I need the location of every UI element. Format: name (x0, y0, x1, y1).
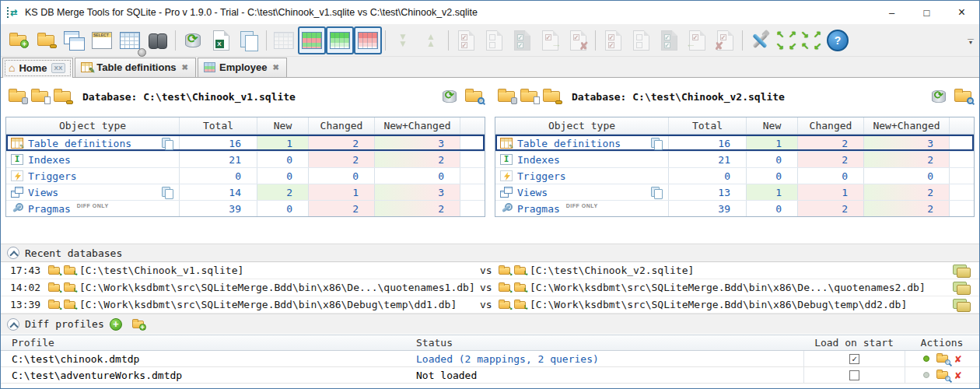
open-comparison-key-button[interactable] (32, 26, 60, 54)
copy-icon[interactable] (651, 138, 662, 149)
table-row[interactable]: PragmasDIFF ONLY 39 0 2 2 (6, 200, 485, 216)
table-row[interactable]: Table definitions 16 1 2 3 (495, 135, 974, 151)
recent-left-path[interactable]: [C:\test\Chinook_v1.sqlite] (79, 265, 243, 276)
open-left-folder-icon[interactable]: ↳ (64, 284, 75, 292)
select-query-button[interactable]: SELECT (88, 26, 116, 54)
profile-status[interactable]: Loaded (2 mappings, 2 queries) (405, 351, 803, 366)
browse-database-button[interactable] (954, 91, 971, 102)
invert-left-selection-button[interactable]: ✓✓ (508, 26, 536, 54)
browse-database-button[interactable] (465, 91, 482, 102)
recent-time: 14:02 (10, 282, 44, 293)
table-row[interactable]: Views 13 1 1 2 (495, 184, 974, 200)
recent-right-path[interactable]: [C:\test\Chinook_v2.sqlite] (530, 265, 694, 276)
show-changed-rows-button[interactable] (354, 26, 382, 54)
collapse-recent-button[interactable] (7, 247, 19, 259)
maximize-button[interactable]: □ (909, 1, 944, 24)
delete-profile-icon[interactable]: ✘ (955, 353, 961, 364)
recent-right-path[interactable]: [C:\Work\ksdbmt\src\SQLiteMerge.Bdd\bin\… (530, 299, 907, 310)
minimize-button[interactable]: – (874, 1, 909, 24)
table-row[interactable]: IIndexes 21 0 2 2 (6, 151, 485, 167)
copy-icon[interactable] (162, 187, 173, 198)
open-pair-icon[interactable] (953, 299, 970, 310)
prev-diff-button[interactable]: ▲▲ (417, 26, 445, 54)
toolbar-overflow-button[interactable]: —▾ (965, 26, 976, 54)
open-database-button[interactable] (9, 91, 26, 102)
tab-close-icon[interactable]: ✖ (182, 63, 188, 72)
show-all-rows-button[interactable] (270, 26, 298, 54)
table-row[interactable]: Table definitions 16 1 2 3 (6, 135, 485, 151)
open-right-folder-icon[interactable]: ↳ (514, 267, 526, 275)
open-profile-button[interactable]: + (132, 321, 144, 328)
recent-left-path[interactable]: [C:\Work\ksdbmt\src\SQLiteMerge.Bdd\bin\… (79, 299, 457, 310)
open-file-button[interactable] (31, 91, 48, 102)
open-right-db-icon[interactable]: ↘ (499, 267, 510, 275)
copy-button[interactable] (235, 26, 263, 54)
open-with-password-button[interactable] (543, 91, 560, 102)
show-new-rows-button[interactable] (326, 26, 354, 54)
select-left-changes-button[interactable]: ✓✓ (452, 26, 480, 54)
profile-row[interactable]: C:\test\adventureWorks.dmtdp Not loaded … (1, 367, 979, 384)
open-database-button[interactable] (498, 91, 515, 102)
refresh-database-button[interactable]: ⟳ (932, 90, 946, 103)
find-button[interactable] (144, 26, 172, 54)
open-left-db-icon[interactable]: ↘ (48, 267, 60, 275)
open-left-db-icon[interactable]: ↘ (48, 284, 60, 292)
profile-browse-icon[interactable] (936, 371, 948, 379)
table-row[interactable]: Triggers 0 0 0 0 (6, 167, 485, 184)
window-layout-arrows[interactable]: ↖↗↘↗↘↙↖↙ (774, 29, 824, 52)
discard-right-button[interactable]: ✓✘ (711, 26, 739, 54)
refresh-database-button[interactable]: ⟳ (443, 90, 457, 103)
apply-right-button[interactable]: ✓→ (536, 26, 564, 54)
unselect-right-changes-button[interactable]: ✓✓ (627, 26, 655, 54)
recent-row[interactable]: 17:43 ↘ ↳ [C:\test\Chinook_v1.sqlite] vs… (1, 262, 979, 279)
open-pair-icon[interactable] (953, 282, 970, 293)
recent-row[interactable]: 14:02 ↘ ↳ [C:\Work\ksdbmt\src\SQLiteMerg… (1, 279, 979, 296)
recent-right-path[interactable]: [C:\Work\ksdbmt\src\SQLiteMerge.Bdd\bin\… (530, 282, 926, 293)
delete-profile-icon[interactable]: ✘ (955, 370, 961, 380)
table-row[interactable]: PragmasDIFF ONLY 39 0 2 2 (495, 200, 974, 216)
add-profile-button[interactable]: + (110, 318, 122, 331)
table-row[interactable]: Triggers 0 0 0 0 (495, 167, 974, 184)
discard-left-button[interactable]: ✓✘ (564, 26, 592, 54)
unselect-left-changes-button[interactable]: ✓✓ (480, 26, 508, 54)
load-on-start-checkbox[interactable]: ✓ (849, 354, 859, 364)
open-left-folder-icon[interactable]: ↳ (64, 301, 75, 309)
tab-employee[interactable]: Employee ✖ (198, 58, 287, 77)
schema-objects-button[interactable] (60, 26, 88, 54)
refresh-databases-button[interactable]: ⟳ (179, 26, 207, 54)
open-with-password-button[interactable] (54, 91, 71, 102)
table-row[interactable]: Views 14 2 1 3 (6, 184, 485, 200)
open-file-button[interactable] (520, 91, 537, 102)
copy-icon[interactable] (162, 138, 173, 149)
table-row[interactable]: IIndexes 21 0 2 2 (495, 151, 974, 167)
open-left-db-icon[interactable]: ↘ (48, 301, 60, 309)
open-right-db-icon[interactable]: ↘ (499, 284, 510, 292)
export-excel-button[interactable]: X (207, 26, 235, 54)
tab-close-icon[interactable]: ✖ (272, 63, 278, 72)
close-all-tabs-button[interactable]: XX (51, 63, 66, 73)
help-button[interactable]: ? (824, 26, 852, 54)
collapse-profiles-button[interactable] (7, 318, 19, 331)
show-diff-rows-button[interactable] (298, 26, 326, 54)
profile-browse-icon[interactable] (936, 355, 948, 363)
load-on-start-checkbox[interactable] (849, 370, 859, 380)
copy-icon[interactable] (651, 187, 662, 198)
open-left-folder-icon[interactable]: ↳ (64, 267, 75, 275)
profile-row[interactable]: C:\test\chinook.dmtdp Loaded (2 mappings… (1, 351, 979, 367)
recent-left-path[interactable]: [C:\Work\ksdbmt\src\SQLiteMerge.Bdd\bin\… (79, 282, 475, 293)
open-right-folder-icon[interactable]: ↳ (514, 301, 526, 309)
close-button[interactable]: × (944, 1, 979, 24)
recent-row[interactable]: 13:39 ↘ ↳ [C:\Work\ksdbmt\src\SQLiteMerg… (1, 296, 979, 314)
table-options-button[interactable] (116, 26, 144, 54)
open-right-db-icon[interactable]: ↘ (499, 301, 510, 309)
invert-right-selection-button[interactable]: ✓✓ (655, 26, 683, 54)
tab-table-definitions[interactable]: ✎ Table definitions ✖ (75, 58, 196, 77)
open-right-folder-icon[interactable]: ↳ (514, 284, 526, 292)
next-diff-button[interactable]: ▼▼ (389, 26, 417, 54)
apply-left-button[interactable]: ✓← (683, 26, 711, 54)
open-pair-icon[interactable] (953, 265, 970, 276)
new-comparison-button[interactable]: + (4, 26, 32, 54)
tools-options-button[interactable] (746, 26, 774, 54)
select-right-changes-button[interactable]: ✓✓ (599, 26, 627, 54)
tab-home[interactable]: ⌂ Home XX (2, 58, 73, 78)
